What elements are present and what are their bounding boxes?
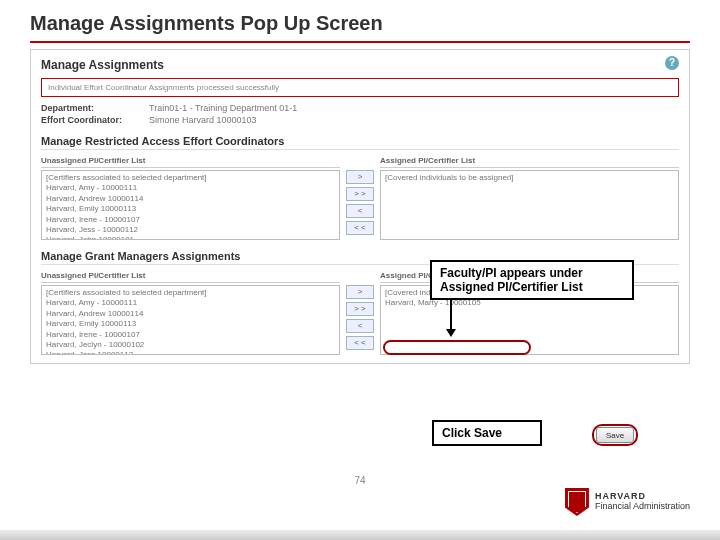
coordinator-row: Effort Coordinator: Simone Harvard 10000…	[41, 115, 679, 125]
move-buttons: > > > < < <	[346, 271, 374, 350]
restricted-assigned-list[interactable]: [Covered individuals to be assigned]	[380, 170, 679, 240]
move-left-all-button[interactable]: < <	[346, 336, 374, 350]
callout-save: Click Save	[432, 420, 542, 446]
slide-title: Manage Assignments Pop Up Screen	[0, 0, 720, 41]
list-item[interactable]: Harvard, John 10000101	[46, 235, 335, 240]
brand-dept: Financial Administration	[595, 502, 690, 512]
popup-window: ? Manage Assignments Individual Effort C…	[30, 49, 690, 364]
restricted-unassigned-list[interactable]: [Certifiers associated to selected depar…	[41, 170, 340, 240]
status-message: Individual Effort Coordinator Assignment…	[41, 78, 679, 97]
brand-text: HARVARD Financial Administration	[595, 492, 690, 512]
arrow-icon	[450, 297, 452, 331]
move-right-button[interactable]: >	[346, 285, 374, 299]
list-item[interactable]: Harvard, Jess - 10000112	[46, 225, 335, 235]
title-underline	[30, 41, 690, 43]
highlight-save-button	[592, 424, 638, 446]
list-item[interactable]: Harvard, Irene - 10000107	[46, 215, 335, 225]
list-item[interactable]: Harvard, Irene - 10000107	[46, 330, 335, 340]
grant-unassigned-list[interactable]: [Certifiers associated to selected depar…	[41, 285, 340, 355]
list-item[interactable]: Harvard, Jeclyn - 10000102	[46, 340, 335, 350]
assigned-label: Assigned PI/Certifier List	[380, 156, 679, 168]
page-number: 74	[0, 475, 720, 486]
list-item[interactable]: Harvard, Andrew 10000114	[46, 309, 335, 319]
unassigned-label: Unassigned PI/Certifier List	[41, 156, 340, 168]
list-item[interactable]: Harvard, Emily 10000113	[46, 204, 335, 214]
list-item[interactable]: [Certifiers associated to selected depar…	[46, 173, 335, 183]
list-item[interactable]: Harvard, Andrew 10000114	[46, 194, 335, 204]
footer-logo: HARVARD Financial Administration	[565, 488, 690, 516]
list-item[interactable]: Harvard, Emily 10000113	[46, 319, 335, 329]
move-right-all-button[interactable]: > >	[346, 302, 374, 316]
department-row: Department: Train01-1 - Training Departm…	[41, 103, 679, 113]
department-label: Department:	[41, 103, 131, 113]
shield-icon	[565, 488, 589, 516]
move-right-button[interactable]: >	[346, 170, 374, 184]
restricted-heading: Manage Restricted Access Effort Coordina…	[41, 135, 679, 150]
highlight-assigned-row	[383, 340, 531, 355]
unassigned-label: Unassigned PI/Certifier List	[41, 271, 340, 283]
footer-bar	[0, 530, 720, 540]
list-item[interactable]: [Covered individuals to be assigned]	[385, 173, 674, 183]
move-left-button[interactable]: <	[346, 319, 374, 333]
move-buttons: > > > < < <	[346, 156, 374, 235]
callout-faculty: Faculty/PI appears under Assigned PI/Cer…	[430, 260, 634, 300]
list-item[interactable]: [Certifiers associated to selected depar…	[46, 288, 335, 298]
move-left-all-button[interactable]: < <	[346, 221, 374, 235]
coordinator-value: Simone Harvard 10000103	[149, 115, 257, 125]
list-item[interactable]: Harvard, Amy - 10000111	[46, 183, 335, 193]
popup-title: Manage Assignments	[41, 56, 679, 78]
move-right-all-button[interactable]: > >	[346, 187, 374, 201]
list-item[interactable]: Harvard, Amy - 10000111	[46, 298, 335, 308]
help-icon[interactable]: ?	[665, 56, 679, 70]
list-item[interactable]: Harvard, Jess 10000112	[46, 350, 335, 355]
move-left-button[interactable]: <	[346, 204, 374, 218]
department-value: Train01-1 - Training Department 01-1	[149, 103, 297, 113]
restricted-dual-list: Unassigned PI/Certifier List [Certifiers…	[41, 156, 679, 240]
coordinator-label: Effort Coordinator:	[41, 115, 131, 125]
